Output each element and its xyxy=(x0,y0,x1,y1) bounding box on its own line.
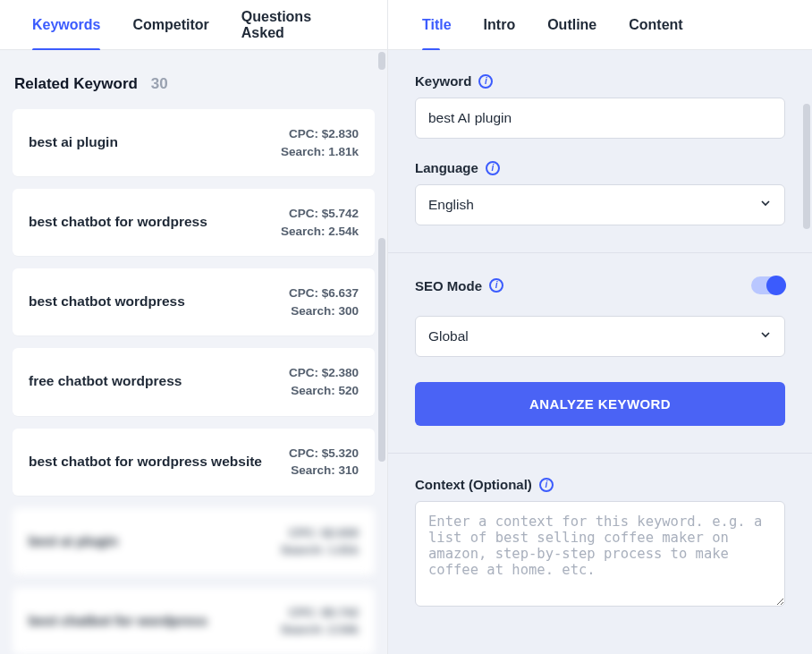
keyword-search-volume: Search: 310 xyxy=(289,462,359,480)
tab-competitor[interactable]: Competitor xyxy=(132,0,208,50)
keyword-name: best chatbot wordpress xyxy=(29,293,185,311)
keyword-cpc: CPC: $2.380 xyxy=(289,364,359,382)
left-scroll-top-hint xyxy=(378,52,385,70)
related-keywords-count: 30 xyxy=(151,75,168,92)
toggle-knob xyxy=(766,276,786,295)
tab-questions-asked[interactable]: Questions Asked xyxy=(241,0,355,50)
keyword-label: Keyword xyxy=(415,73,471,89)
right-form-body: Keyword i Language i xyxy=(388,50,812,654)
tab-content[interactable]: Content xyxy=(629,0,682,50)
keyword-search-volume: Search: 2.54k xyxy=(281,621,359,639)
keyword-name: best ai plugin xyxy=(29,532,118,551)
right-panel: Title Intro Outline Content Keyword i La… xyxy=(388,0,812,654)
right-scrollbar-thumb[interactable] xyxy=(803,104,810,229)
right-tabs: Title Intro Outline Content xyxy=(388,0,812,50)
keyword-card[interactable]: free chatbot wordpressCPC: $2.380Search:… xyxy=(13,348,375,415)
keyword-card[interactable]: best chatbot for wordpressCPC: $5.742Sea… xyxy=(13,189,375,256)
keyword-card[interactable]: best chatbot for wordpress websiteCPC: $… xyxy=(13,429,375,496)
keyword-name: best chatbot for wordpress xyxy=(29,213,207,232)
keyword-stats: CPC: $2.380Search: 520 xyxy=(289,364,359,399)
info-icon[interactable]: i xyxy=(486,161,500,175)
keyword-card: best chatbot for wordpressCPC: $5.742Sea… xyxy=(13,588,375,654)
left-panel: Keywords Competitor Questions Asked Rela… xyxy=(0,0,388,654)
seo-label-row: SEO Mode i xyxy=(415,276,785,294)
tab-title[interactable]: Title xyxy=(422,0,452,50)
keyword-stats: CPC: $6.637Search: 300 xyxy=(289,285,359,319)
keyword-stats: CPC: $5.742Search: 2.54k xyxy=(281,604,359,639)
keyword-stats: CPC: $2.830Search: 1.81k xyxy=(281,524,359,559)
keyword-card[interactable]: best ai pluginCPC: $2.830Search: 1.81k xyxy=(13,109,375,176)
keyword-name: best chatbot for wordpress website xyxy=(29,453,262,471)
language-label-row: Language i xyxy=(415,160,785,175)
region-select-value[interactable] xyxy=(415,316,785,357)
keyword-search-volume: Search: 1.81k xyxy=(281,541,359,559)
region-select[interactable] xyxy=(415,316,785,357)
keyword-name: best ai plugin xyxy=(29,133,118,152)
keyword-input[interactable] xyxy=(415,98,785,139)
keyword-stats: CPC: $2.830Search: 1.81k xyxy=(281,125,359,160)
keyword-stats: CPC: $5.742Search: 2.54k xyxy=(281,205,359,240)
info-icon[interactable]: i xyxy=(489,278,503,293)
keyword-cpc: CPC: $2.830 xyxy=(281,125,359,143)
language-label: Language xyxy=(415,160,478,175)
keyword-language-block: Keyword i Language i xyxy=(388,50,812,253)
tab-outline[interactable]: Outline xyxy=(547,0,596,50)
keyword-card: best ai pluginCPC: $2.830Search: 1.81k xyxy=(13,508,375,575)
context-block: Context (Optional) i xyxy=(388,454,812,637)
related-keywords-title: Related Keyword xyxy=(14,75,138,92)
right-scrollbar-track[interactable] xyxy=(803,104,810,650)
keyword-label-row: Keyword i xyxy=(415,73,785,89)
language-select-value[interactable] xyxy=(415,184,785,225)
keyword-list: best ai pluginCPC: $2.830Search: 1.81kbe… xyxy=(0,109,387,654)
keyword-name: best chatbot for wordpress xyxy=(29,612,207,631)
keyword-search-volume: Search: 1.81k xyxy=(281,143,359,161)
keyword-cpc: CPC: $5.320 xyxy=(289,445,359,463)
keyword-cpc: CPC: $6.637 xyxy=(289,285,359,302)
tab-keywords[interactable]: Keywords xyxy=(32,0,100,50)
keyword-cpc: CPC: $2.830 xyxy=(281,524,359,542)
keyword-search-volume: Search: 300 xyxy=(289,302,359,320)
left-scrollbar-thumb[interactable] xyxy=(378,238,385,462)
related-keywords-body: Related Keyword 30 best ai pluginCPC: $2… xyxy=(0,50,387,654)
context-textarea[interactable] xyxy=(415,501,785,607)
keyword-search-volume: Search: 2.54k xyxy=(281,223,359,241)
analyze-keyword-button[interactable]: ANALYZE KEYWORD xyxy=(415,382,785,426)
keyword-cpc: CPC: $5.742 xyxy=(281,604,359,622)
context-label-row: Context (Optional) i xyxy=(415,477,785,492)
info-icon[interactable]: i xyxy=(478,74,493,89)
language-select[interactable] xyxy=(415,184,785,225)
related-keywords-heading: Related Keyword 30 xyxy=(0,50,387,109)
tab-intro[interactable]: Intro xyxy=(484,0,516,50)
context-label: Context (Optional) xyxy=(415,477,532,492)
keyword-stats: CPC: $5.320Search: 310 xyxy=(289,445,359,480)
seo-block: SEO Mode i ANALYZE KEYWORD xyxy=(388,253,812,454)
seo-mode-toggle[interactable] xyxy=(751,276,785,294)
keyword-name: free chatbot wordpress xyxy=(29,372,182,391)
keyword-cpc: CPC: $5.742 xyxy=(281,205,359,223)
keyword-card[interactable]: best chatbot wordpressCPC: $6.637Search:… xyxy=(13,268,375,335)
keyword-search-volume: Search: 520 xyxy=(289,382,359,400)
seo-mode-label: SEO Mode xyxy=(415,278,482,293)
info-icon[interactable]: i xyxy=(539,478,554,492)
left-tabs: Keywords Competitor Questions Asked xyxy=(0,0,387,50)
